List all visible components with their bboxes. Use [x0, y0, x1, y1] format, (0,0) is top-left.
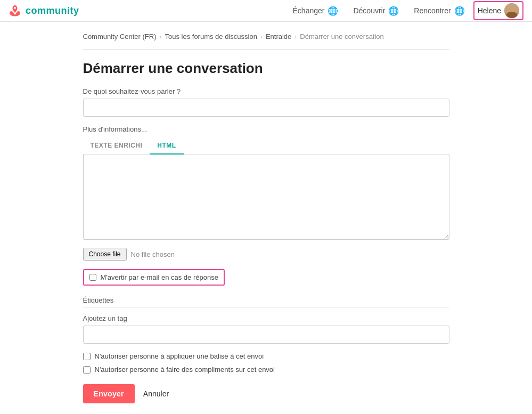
brand-name: community — [26, 5, 79, 17]
more-info-label: Plus d'informations... — [83, 125, 449, 133]
notify-email-checkbox[interactable] — [89, 274, 96, 281]
page-title: Démarrer une conversation — [83, 60, 449, 77]
nav-rencontrer[interactable]: Rencontrer 🌐 — [407, 4, 471, 18]
content-textarea[interactable] — [83, 155, 449, 240]
cancel-button[interactable]: Annuler — [141, 384, 171, 403]
breadcrumb-item-3[interactable]: Entraide — [266, 33, 291, 40]
user-name: Helene — [478, 6, 501, 15]
nav-decouvrir[interactable]: Découvrir 🌐 — [347, 4, 405, 18]
avatar — [504, 3, 519, 18]
nav-echanger[interactable]: Échanger 🌐 — [287, 4, 345, 18]
breadcrumb: Community Center (FR) › Tous les forums … — [83, 33, 449, 40]
breadcrumb-sep-3: › — [294, 33, 297, 40]
user-menu-button[interactable]: Helene — [473, 1, 523, 20]
main-content: Community Center (FR) › Tous les forums … — [75, 22, 458, 414]
breadcrumb-item-2[interactable]: Tous les forums de discussion — [165, 33, 257, 40]
notify-email-wrapper[interactable]: M'avertir par e-mail en cas de réponse — [83, 269, 225, 286]
add-tag-label: Ajoutez un tag — [83, 314, 449, 322]
header-divider — [83, 49, 449, 50]
no-tag-row: N'autoriser personne à appliquer une bal… — [83, 352, 449, 360]
no-compliment-label: N'autoriser personne à faire des complim… — [95, 366, 275, 374]
etiquettes-divider — [83, 307, 449, 308]
globe-icon-decouvrir: 🌐 — [388, 6, 399, 16]
file-choose-button[interactable]: Choose file — [83, 248, 127, 261]
tab-html[interactable]: HTML — [150, 137, 183, 155]
file-no-chosen-text: No file chosen — [131, 250, 175, 258]
subject-input[interactable] — [83, 99, 449, 117]
editor-tabs: TEXTE ENRICHI HTML — [83, 137, 449, 155]
breadcrumb-sep-2: › — [260, 33, 263, 40]
header: community Échanger 🌐 Découvrir 🌐 Rencont… — [0, 0, 532, 22]
breadcrumb-item-4: Démarrer une conversation — [300, 33, 384, 40]
no-compliment-row: N'autoriser personne à faire des complim… — [83, 366, 449, 374]
file-input-row: Choose file No file chosen — [83, 248, 449, 261]
no-tag-label: N'autoriser personne à appliquer une bal… — [95, 352, 264, 360]
header-nav: Échanger 🌐 Découvrir 🌐 Rencontrer 🌐 Hele… — [287, 1, 523, 20]
nav-echanger-label: Échanger — [293, 6, 325, 15]
breadcrumb-item-1[interactable]: Community Center (FR) — [83, 33, 157, 40]
tab-texte-enrichi[interactable]: TEXTE ENRICHI — [83, 137, 150, 155]
no-tag-checkbox[interactable] — [83, 353, 91, 360]
avatar-face — [504, 3, 519, 18]
form-button-row: Envoyer Annuler — [83, 384, 449, 403]
notify-email-label: M'avertir par e-mail en cas de réponse — [101, 273, 218, 281]
etiquettes-title: Étiquettes — [83, 296, 449, 304]
airbnb-icon — [9, 4, 21, 17]
nav-rencontrer-label: Rencontrer — [414, 6, 451, 15]
globe-icon-echanger: 🌐 — [328, 6, 338, 16]
breadcrumb-sep-1: › — [159, 33, 161, 40]
add-tag-input[interactable] — [83, 326, 449, 344]
subject-label: De quoi souhaitez-vous parler ? — [83, 87, 449, 95]
globe-icon-rencontrer: 🌐 — [454, 6, 465, 16]
no-compliment-checkbox[interactable] — [83, 366, 91, 374]
nav-decouvrir-label: Découvrir — [353, 6, 385, 15]
submit-button[interactable]: Envoyer — [83, 384, 135, 403]
logo-area: community — [9, 4, 79, 17]
